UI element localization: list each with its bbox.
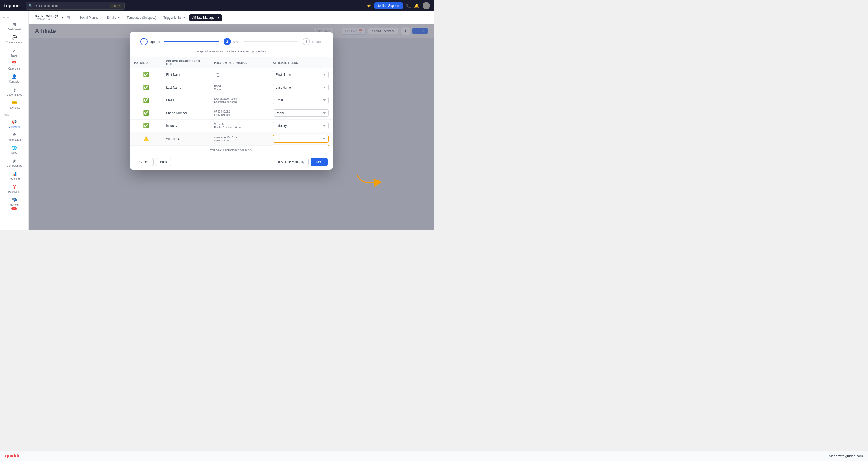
step-circle-upload: ✓ [140, 38, 148, 45]
th-matched: MATCHED [130, 57, 162, 68]
step-map: 2 Map [223, 38, 239, 45]
sidebar-item-label: Mailfold [10, 203, 19, 206]
modal-subtitle: Map columns in your file to affiliate fi… [130, 50, 333, 57]
back-button[interactable]: Back [156, 158, 172, 166]
sidebar-item-label: Opportunities [6, 93, 22, 96]
step-label-details: Details [312, 40, 322, 44]
field-cell[interactable]: Phone [269, 107, 333, 119]
field-cell[interactable]: First Name [269, 68, 333, 81]
preview-cell: Bond Snow [210, 81, 269, 94]
automation-icon: ⚙ [12, 132, 16, 137]
column-header-cell: Industry [162, 119, 210, 132]
sidebar-item-label: Help Desk [8, 191, 20, 193]
column-header-cell: Email [162, 94, 210, 107]
workspace-location: Scranton, PA [35, 18, 60, 21]
calendars-icon: 📅 [12, 61, 17, 66]
sidebar-item-opportunities[interactable]: ◎ Opportunities [0, 85, 28, 98]
step-circle-map: 2 [223, 38, 231, 45]
next-button[interactable]: Next [311, 158, 328, 166]
sidebar-item-label: Automation [7, 138, 21, 141]
sidebar-item-label: Marketing [8, 125, 20, 128]
column-name: Phone Number [166, 111, 187, 115]
unmatched-note: You have 1 unmatched column(s) [130, 146, 333, 154]
footer-right: Add Affiliate Manually Next [270, 158, 328, 166]
sidebar-item-conversations[interactable]: 💬 Conversations [0, 33, 28, 46]
chevron-down-icon: ▾ [183, 16, 185, 20]
sidebar-item-memberships[interactable]: ◉ Memberships [0, 156, 28, 169]
sidebar-item-marketing[interactable]: 📢 Marketing [0, 117, 28, 130]
sidebar-item-sites[interactable]: 🌐 Sites [0, 143, 28, 156]
sidebar-item-label: Tasks [11, 54, 18, 57]
preview-cell: jbond@agent.com bastard@got.com [210, 94, 269, 107]
step-label-upload: Upload [150, 40, 160, 44]
tab-emails[interactable]: Emails ▾ [103, 14, 123, 21]
sidebar-item-reporting[interactable]: 📊 Reporting [0, 169, 28, 182]
sidebar-item-label: Reporting [8, 177, 20, 180]
tab-templates[interactable]: Templates (Snippets) [124, 14, 159, 21]
tab-trigger-links[interactable]: Trigger Links ▾ [160, 14, 188, 21]
phone-icon[interactable]: 📞 [406, 3, 411, 8]
sidebar: Apps ⊞ Dashboard 💬 Conversations ✓ Tasks… [0, 11, 29, 231]
chevron-down-icon: ▾ [218, 16, 219, 20]
field-select[interactable]: Email [273, 97, 329, 104]
support-button[interactable]: topline Support [374, 2, 403, 9]
dashboard-icon: ⊞ [12, 22, 16, 27]
sidebar-item-mailfold[interactable]: 📬 Mailfold 14 [0, 195, 28, 212]
matched-cell-warning: ⚠️ [130, 132, 162, 146]
content-area: Dunder Mifflin (D... Scranton, PA ▾ ⊟ So… [29, 11, 434, 231]
sidebar-item-contacts[interactable]: 👤 Contacts [0, 72, 28, 85]
bell-icon[interactable]: 🔔 [414, 3, 420, 8]
matched-cell: ✅ [130, 94, 162, 107]
subnav-links: Social Planner Emails ▾ Templates (Snipp… [76, 14, 222, 21]
field-cell[interactable]: Industry [269, 119, 333, 132]
preview-cell: 6783940292 5467893365 [210, 107, 269, 119]
sidebar-item-helpdesk[interactable]: ❓ Help Desk [0, 182, 28, 195]
sub-nav: Dunder Mifflin (D... Scranton, PA ▾ ⊟ So… [29, 11, 434, 24]
check-icon: ✅ [143, 123, 149, 128]
field-select[interactable]: Industry [273, 122, 329, 129]
search-shortcut: Ctrl + K [110, 4, 122, 8]
contacts-icon: 👤 [12, 74, 17, 79]
tasks-icon: ✓ [12, 48, 16, 53]
workspace-selector[interactable]: Dunder Mifflin (D... Scranton, PA ▾ [33, 13, 66, 22]
add-affiliate-manually-button[interactable]: Add Affiliate Manually [270, 158, 309, 166]
table-row: ✅ Industry Security Public Administratio… [130, 119, 333, 132]
warning-icon: ⚠️ [143, 136, 149, 141]
check-icon: ✅ [143, 72, 149, 77]
check-icon: ✅ [143, 110, 149, 116]
avatar[interactable] [423, 2, 430, 9]
search-bar[interactable]: 🔍 Quick search here Ctrl + K [26, 2, 125, 10]
tab-social-planner[interactable]: Social Planner [76, 14, 102, 21]
th-column-header: COLUMN HEADER FROM FILE [162, 57, 210, 68]
field-cell[interactable]: Last Name [269, 81, 333, 94]
sidebar-section-apps: Apps [0, 14, 28, 20]
sidebar-item-payments[interactable]: 💳 Payments [0, 98, 28, 111]
dropdown-option-website[interactable]: Website [274, 145, 328, 146]
table-row: ✅ Last Name Bond Snow [130, 81, 333, 94]
sidebar-item-label: Payments [8, 106, 20, 109]
layout-toggle-icon[interactable]: ⊟ [67, 15, 70, 20]
sidebar-item-tasks[interactable]: ✓ Tasks [0, 46, 28, 59]
field-cell[interactable]: Email [269, 94, 333, 107]
tab-affiliate-manager[interactable]: Affiliate Manager ▾ [189, 14, 222, 21]
helpdesk-icon: ❓ [12, 184, 17, 189]
field-select[interactable]: Phone [273, 109, 329, 117]
website-field-select[interactable]: Website [273, 135, 329, 143]
field-select[interactable]: First Name [273, 71, 329, 78]
field-dropdown-popup: Website [273, 145, 329, 146]
chevron-down-icon: ▾ [118, 16, 120, 20]
matched-cell: ✅ [130, 107, 162, 119]
cancel-button[interactable]: Cancel [135, 158, 154, 166]
sidebar-item-calendars[interactable]: 📅 Calendars [0, 59, 28, 72]
field-select[interactable]: Last Name [273, 84, 329, 91]
field-cell-website[interactable]: Website Website [269, 132, 333, 146]
column-header-cell: Website URL [162, 132, 210, 146]
column-header-cell: Phone Number [162, 107, 210, 119]
sidebar-item-automation[interactable]: ⚙ Automation [0, 130, 28, 143]
preview-cell: Security Public Administration [210, 119, 269, 132]
sidebar-item-dashboard[interactable]: ⊞ Dashboard [0, 20, 28, 33]
search-placeholder: Quick search here [35, 4, 58, 7]
nav-right: ⚡ topline Support 📞 🔔 [366, 2, 430, 9]
column-name: Last Name [166, 86, 181, 89]
lightning-icon[interactable]: ⚡ [366, 3, 371, 8]
